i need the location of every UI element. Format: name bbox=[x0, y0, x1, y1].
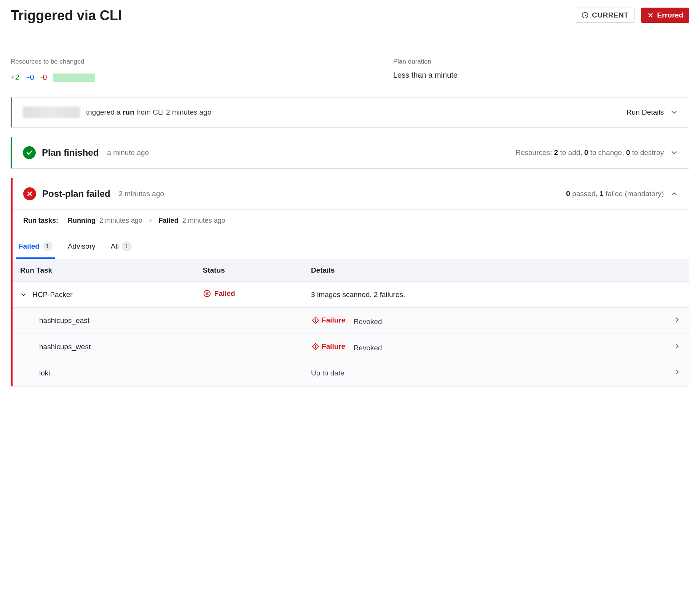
current-badge-label: CURRENT bbox=[592, 11, 628, 19]
tab-all-label: All bbox=[111, 242, 119, 251]
trigger-suffix: from CLI 2 minutes ago bbox=[134, 108, 212, 116]
tabs: Failed 1 Advisory All 1 bbox=[13, 232, 689, 259]
resources-changed-label: Resources to be changed bbox=[11, 58, 370, 65]
plan-add-t: to add, bbox=[558, 148, 584, 156]
tab-all-count: 1 bbox=[122, 241, 132, 251]
tab-advisory[interactable]: Advisory bbox=[65, 239, 98, 258]
plan-panel-title: Plan finished bbox=[42, 147, 99, 158]
status-badges: CURRENT Errored bbox=[575, 8, 689, 23]
tab-advisory-label: Advisory bbox=[68, 242, 96, 251]
failure-label: Failure bbox=[322, 342, 345, 351]
failure-pill: Failure bbox=[311, 342, 348, 351]
change-count: ~0 bbox=[26, 73, 34, 82]
avatar bbox=[23, 107, 80, 118]
errored-badge-label: Errored bbox=[657, 11, 683, 19]
postplan-summary: 0 passed, 1 failed (mandatory) bbox=[566, 190, 664, 198]
svg-point-2 bbox=[315, 321, 316, 322]
stage-failed-time: 2 minutes ago bbox=[182, 217, 225, 225]
trigger-prefix: triggered a bbox=[86, 108, 123, 116]
chevron-down-icon[interactable] bbox=[670, 108, 678, 117]
task-name: HCP-Packer bbox=[32, 291, 73, 299]
postplan-header-row[interactable]: Post-plan failed 2 minutes ago 0 passed,… bbox=[13, 178, 689, 209]
stage-failed-label: Failed bbox=[159, 217, 179, 225]
task-name: loki bbox=[39, 369, 50, 377]
run-task-table: Run Task Status Details HCP-Packer Faile… bbox=[13, 259, 689, 386]
chevron-down-icon[interactable] bbox=[20, 291, 27, 298]
table-row[interactable]: loki Up to date bbox=[13, 360, 689, 386]
breadcrumb-separator: > bbox=[146, 217, 155, 225]
tab-failed[interactable]: Failed 1 bbox=[16, 238, 55, 259]
detail-text: Revoked bbox=[354, 318, 382, 326]
plan-resources-summary: Resources: 2 to add, 0 to change, 0 to d… bbox=[515, 148, 664, 157]
chevron-up-icon[interactable] bbox=[670, 190, 678, 198]
status-failed-label: Failed bbox=[214, 289, 235, 298]
detail-text: Revoked bbox=[354, 344, 382, 352]
pp-failed-n: 1 bbox=[600, 190, 604, 198]
x-circle-outline-icon bbox=[203, 289, 211, 298]
task-name: hashicups_east bbox=[39, 316, 89, 325]
meta-section: Resources to be changed +2 ~0 -0 Plan du… bbox=[11, 58, 689, 82]
chevron-right-icon[interactable] bbox=[673, 342, 681, 350]
pp-failed-t: failed (mandatory) bbox=[604, 190, 664, 198]
plan-add-n: 2 bbox=[554, 148, 558, 156]
change-bar bbox=[53, 73, 95, 82]
chevron-down-icon[interactable] bbox=[670, 148, 678, 157]
detail-text: Up to date bbox=[311, 369, 344, 377]
errored-badge: Errored bbox=[641, 8, 689, 23]
table-row[interactable]: hashicups_west Failure Revoked bbox=[13, 334, 689, 360]
postplan-title: Post-plan failed bbox=[42, 188, 110, 199]
col-header-task: Run Task bbox=[13, 259, 195, 282]
plan-panel-time: a minute ago bbox=[107, 148, 149, 157]
pp-passed-n: 0 bbox=[566, 190, 570, 198]
failure-label: Failure bbox=[322, 316, 345, 324]
status-failed: Failed bbox=[203, 289, 235, 298]
trigger-panel[interactable]: triggered a run from CLI 2 minutes ago R… bbox=[11, 97, 689, 128]
pp-passed-t: passed, bbox=[570, 190, 600, 198]
run-tasks-label: Run tasks: bbox=[23, 217, 58, 225]
tab-all[interactable]: All 1 bbox=[108, 238, 134, 259]
plan-del-t: to destroy bbox=[630, 148, 664, 156]
postplan-panel: Post-plan failed 2 minutes ago 0 passed,… bbox=[11, 178, 689, 386]
tab-failed-count: 1 bbox=[43, 241, 53, 251]
svg-point-3 bbox=[315, 348, 316, 348]
page-title: Triggered via CLI bbox=[11, 8, 122, 24]
x-icon bbox=[647, 12, 654, 19]
alert-diamond-icon bbox=[312, 343, 319, 350]
destroy-count: -0 bbox=[40, 73, 47, 82]
plan-duration-label: Plan duration bbox=[393, 58, 689, 65]
alert-diamond-icon bbox=[312, 316, 319, 324]
trigger-bold: run bbox=[123, 108, 134, 116]
run-tasks-breadcrumb: Run tasks: Running 2 minutes ago > Faile… bbox=[13, 209, 689, 232]
run-details-link[interactable]: Run Details bbox=[627, 108, 664, 117]
plan-panel[interactable]: Plan finished a minute ago Resources: 2 … bbox=[11, 137, 689, 169]
failure-pill: Failure bbox=[311, 315, 348, 325]
clock-icon bbox=[581, 11, 589, 19]
task-details: 3 images scanned. 2 failures. bbox=[303, 282, 689, 308]
col-header-status: Status bbox=[195, 259, 303, 282]
check-circle-icon bbox=[23, 146, 36, 159]
x-circle-icon bbox=[23, 187, 36, 200]
tab-failed-label: Failed bbox=[19, 242, 40, 251]
task-name: hashicups_west bbox=[39, 343, 91, 351]
postplan-time: 2 minutes ago bbox=[119, 190, 164, 198]
chevron-right-icon[interactable] bbox=[673, 316, 681, 324]
stage-running-time: 2 minutes ago bbox=[99, 217, 142, 225]
plan-chg-t: to change, bbox=[588, 148, 626, 156]
table-row[interactable]: hashicups_east Failure Revoked bbox=[13, 308, 689, 334]
add-count: +2 bbox=[11, 73, 19, 82]
resources-changed-values: +2 ~0 -0 bbox=[11, 73, 370, 82]
chevron-right-icon[interactable] bbox=[673, 368, 681, 376]
current-badge: CURRENT bbox=[575, 8, 635, 23]
table-row[interactable]: HCP-Packer Failed 3 images scanned. 2 fa… bbox=[13, 282, 689, 308]
stage-running-label: Running bbox=[68, 217, 96, 225]
plan-res-prefix: Resources: bbox=[515, 148, 554, 156]
trigger-text: triggered a run from CLI 2 minutes ago bbox=[86, 108, 212, 117]
plan-chg-n: 0 bbox=[584, 148, 588, 156]
plan-duration-value: Less than a minute bbox=[393, 71, 689, 80]
plan-del-n: 0 bbox=[626, 148, 630, 156]
col-header-details: Details bbox=[303, 259, 689, 282]
